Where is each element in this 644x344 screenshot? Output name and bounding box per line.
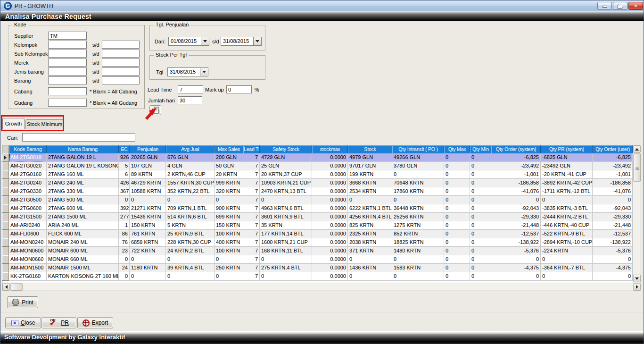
cell[interactable]: 1275 KRTN: [392, 221, 444, 230]
cell[interactable]: 1436 KRTN: [348, 264, 392, 272]
cell[interactable]: -29,330: [491, 213, 541, 221]
cell[interactable]: AM-2TG1500: [9, 213, 47, 221]
cell[interactable]: AM-MON1500: [9, 264, 47, 272]
column-header[interactable]: Qty PR (system): [541, 145, 593, 153]
cell[interactable]: 10588 KRTN: [130, 187, 166, 196]
cell[interactable]: -21,448: [491, 221, 541, 230]
cell[interactable]: 5 KRTN: [166, 221, 215, 230]
cell[interactable]: 177 KRTN,14 BTL: [260, 230, 312, 238]
cell[interactable]: 228 KRTN,30 CUP: [166, 238, 215, 247]
cell[interactable]: AM-2TG0160: [9, 170, 47, 179]
cell[interactable]: KK-2TG0160: [9, 272, 47, 281]
tgl-dari-dropdown-button[interactable]: [201, 37, 209, 45]
cell[interactable]: 7: [243, 272, 260, 281]
cell[interactable]: 18825 KRTN: [392, 238, 444, 247]
cell[interactable]: 7: [243, 153, 260, 162]
mark-up-input[interactable]: [226, 85, 252, 93]
cell[interactable]: 371 KRTN: [348, 247, 392, 255]
cell[interactable]: -12,537: [593, 230, 633, 238]
cell[interactable]: 320 KRTN: [215, 187, 243, 196]
kode-row-input-2[interactable]: [102, 50, 140, 58]
cell[interactable]: 0: [470, 238, 491, 247]
cell[interactable]: 0: [444, 187, 470, 196]
table-row[interactable]: AM-MON0600MONAIR 600 ML23722 KRTN24 KRTN…: [2, 247, 641, 255]
vertical-scrollbar[interactable]: [633, 153, 641, 284]
cell[interactable]: 0: [541, 196, 593, 204]
table-row[interactable]: AM-2TG06002TANG 600 ML39221271 KRTN709 K…: [2, 204, 641, 213]
cell[interactable]: 0: [444, 170, 470, 179]
cell[interactable]: 0: [491, 255, 541, 264]
cell[interactable]: 1180 KRTN: [130, 264, 166, 272]
cell[interactable]: AM-ARI0240: [9, 221, 47, 230]
cell[interactable]: 0: [593, 255, 633, 264]
cell[interactable]: 7: [243, 247, 260, 255]
record-selector[interactable]: [2, 264, 9, 272]
cell[interactable]: 6859 KRTN: [130, 238, 166, 247]
cell[interactable]: 86: [119, 230, 130, 238]
cell[interactable]: 0: [470, 221, 491, 230]
column-header[interactable]: Qty Intransit ( PO ): [392, 145, 444, 153]
cell[interactable]: 200 GLN: [215, 153, 243, 162]
cell[interactable]: 0: [119, 196, 130, 204]
cell[interactable]: 0: [444, 221, 470, 230]
cell[interactable]: -92,043: [491, 204, 541, 213]
record-selector[interactable]: [2, 170, 9, 179]
cell[interactable]: 0.0000: [312, 170, 348, 179]
cell[interactable]: AM-2TG0020: [9, 162, 47, 170]
cell[interactable]: 0.0000: [312, 221, 348, 230]
cell[interactable]: 1: [119, 221, 130, 230]
cell[interactable]: AM-MON0240: [9, 238, 47, 247]
kode-row-input-2[interactable]: [102, 41, 140, 49]
cell[interactable]: 6: [119, 170, 130, 179]
cell[interactable]: 7: [243, 204, 260, 213]
cell[interactable]: 150 KRTN: [130, 221, 166, 230]
cell[interactable]: 7: [243, 162, 260, 170]
cell[interactable]: 97017 GLN: [348, 162, 392, 170]
cell[interactable]: 1557 KRTN,30 CUP: [166, 179, 215, 187]
record-selector[interactable]: [2, 247, 9, 255]
cell[interactable]: 676 GLN: [166, 153, 215, 162]
cell[interactable]: 35 KRTN: [260, 221, 312, 230]
kode-row-input-2[interactable]: [102, 76, 140, 84]
horizontal-scrollbar[interactable]: [2, 283, 641, 291]
cell[interactable]: -138,922: [593, 238, 633, 247]
cell[interactable]: 352 KRTN,22 BTL: [166, 187, 215, 196]
pr-button[interactable]: OK✔ PR: [41, 317, 76, 328]
cell[interactable]: 0.0000: [312, 204, 348, 213]
kode-row-input[interactable]: [48, 67, 87, 76]
lead-time-input[interactable]: [178, 85, 203, 93]
cell[interactable]: -1,001: [491, 170, 541, 179]
table-row[interactable]: KK-2TG0160KARTON KOSONG 2T 160 ML0000700…: [2, 272, 641, 281]
kode-row-input-2[interactable]: [102, 67, 140, 76]
stock-tgl-combobox[interactable]: 31/08/2015: [167, 67, 208, 76]
jumlah-hari-input[interactable]: [178, 96, 202, 104]
scroll-down-button[interactable]: [633, 275, 641, 282]
kode-row-input[interactable]: [48, 50, 87, 58]
cell[interactable]: 3668 KRTN: [348, 179, 392, 187]
cell[interactable]: 4 GLN: [166, 162, 215, 170]
cell[interactable]: 0: [444, 179, 470, 187]
cell[interactable]: 25 GLN: [260, 162, 312, 170]
cell[interactable]: -92,043: [593, 204, 633, 213]
cell[interactable]: 20 KRTN,37 CUP: [260, 170, 312, 179]
record-selector[interactable]: [2, 238, 9, 247]
cell[interactable]: -3892 KRTN,-42 CUP: [541, 179, 593, 187]
cell[interactable]: 23: [119, 247, 130, 255]
cell[interactable]: 20265 GLN: [130, 153, 166, 162]
column-header[interactable]: Qty Max: [444, 145, 470, 153]
scroll-right-button[interactable]: [633, 283, 641, 291]
cell[interactable]: 2TANG GALON 19 L KOSONG: [47, 162, 119, 170]
cell[interactable]: 7: [243, 187, 260, 196]
cell[interactable]: 0.0000: [312, 153, 348, 162]
kode-row-input[interactable]: [48, 41, 87, 49]
tgl-sampai-dropdown-button[interactable]: [253, 37, 261, 45]
cell[interactable]: 0: [444, 264, 470, 272]
cell[interactable]: -12,537: [491, 230, 541, 238]
cell[interactable]: 250 KRTN: [215, 264, 243, 272]
cell[interactable]: 7: [243, 196, 260, 204]
cell[interactable]: -21,448: [593, 221, 633, 230]
cell[interactable]: 39 KRTN,4 BTL: [166, 264, 215, 272]
cell[interactable]: -138,922: [491, 238, 541, 247]
cell[interactable]: 2TANG 500 ML: [47, 196, 119, 204]
cell[interactable]: 0: [444, 162, 470, 170]
